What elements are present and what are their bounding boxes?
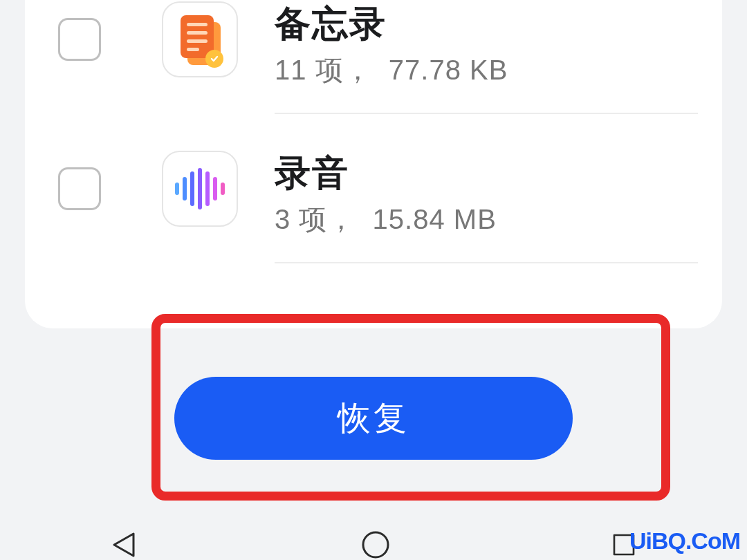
content-card: 备忘录 11 项， 77.78 KB 录音 3 项， 15.84 MB xyxy=(25,0,722,328)
nav-back-icon[interactable] xyxy=(109,528,142,560)
divider xyxy=(275,262,698,263)
restore-button[interactable]: 恢复 xyxy=(174,377,573,460)
nav-home-icon[interactable] xyxy=(359,528,392,560)
item-count: 11 项， xyxy=(275,55,372,85)
restore-button-label: 恢复 xyxy=(338,396,409,440)
item-size: 15.84 MB xyxy=(373,204,497,234)
item-size: 77.78 KB xyxy=(389,55,508,85)
svg-marker-0 xyxy=(114,534,133,556)
checkbox-memo[interactable] xyxy=(58,18,101,61)
svg-point-1 xyxy=(363,532,388,557)
item-meta: 3 项， 15.84 MB xyxy=(275,200,497,239)
audio-icon xyxy=(162,151,238,227)
memo-icon xyxy=(162,1,238,77)
divider xyxy=(275,113,698,114)
item-title: 录音 xyxy=(275,149,349,198)
item-title: 备忘录 xyxy=(275,0,387,48)
item-count: 3 项， xyxy=(275,204,356,234)
watermark: UiBQ.CoM xyxy=(629,528,740,554)
checkbox-audio[interactable] xyxy=(58,167,101,210)
item-meta: 11 项， 77.78 KB xyxy=(275,51,508,89)
